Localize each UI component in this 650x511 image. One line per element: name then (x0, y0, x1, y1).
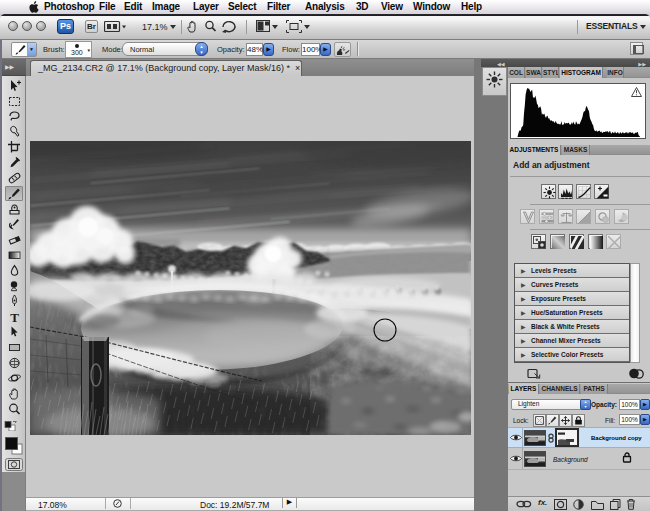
svg-text:T: T (10, 310, 19, 324)
